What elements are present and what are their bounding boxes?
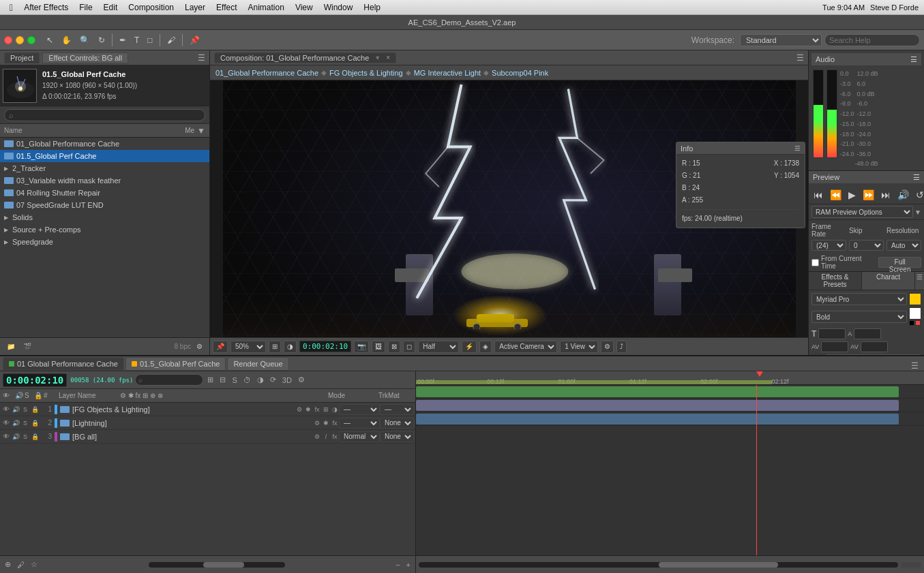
comp-tab-close-btn[interactable]: × — [386, 54, 390, 61]
layer-mode-1[interactable]: —Normal — [339, 404, 380, 415]
layer-shy-2[interactable]: ⚙ — [313, 419, 321, 427]
search-input[interactable] — [824, 34, 920, 46]
list-item[interactable]: 01_Global Performance Cache — [0, 138, 209, 150]
tl-collapse-btn[interactable]: ⊟ — [218, 375, 228, 385]
preview-menu[interactable]: ☰ — [913, 173, 920, 182]
list-item[interactable]: 07 SpeedGrade LUT END — [0, 199, 209, 211]
show-alpha-btn[interactable]: ◻ — [403, 341, 415, 353]
left-panel-menu-btn[interactable]: ☰ — [198, 53, 205, 63]
tl-frames-btn[interactable]: ⏱ — [241, 375, 253, 385]
timeline-layer-row[interactable]: 👁 🔊 S 🔒 3 [BG all] ⚙ / fx — [0, 430, 415, 444]
comp-viewer[interactable]: Info ☰ R : 15 X : 1738 G : 21 Y : 1054 — [210, 80, 808, 337]
minimize-window-btn[interactable] — [16, 36, 24, 44]
show-channel-btn[interactable]: ⊠ — [388, 341, 400, 353]
workspace-select[interactable]: Standard — [740, 34, 822, 46]
toolbar-hand-tool[interactable]: ✋ — [59, 34, 74, 46]
layer-lock-2[interactable]: 🔒 — [30, 418, 40, 428]
mask-btn[interactable]: ◑ — [284, 341, 297, 353]
black-swatch[interactable] — [909, 320, 914, 326]
track-bar-1[interactable] — [416, 386, 899, 397]
toolbar-rotate-tool[interactable]: ↻ — [95, 34, 108, 46]
menu-file[interactable]: File — [75, 0, 96, 15]
toolbar-pen-tool[interactable]: ✒ — [117, 34, 129, 46]
list-item-selected[interactable]: 01.5_Global Perf Cache — [0, 150, 209, 162]
play-btn[interactable]: ▶ — [846, 189, 858, 201]
always-preview-btn[interactable]: 📌 — [213, 341, 228, 353]
tl-tab-perf[interactable]: 01.5_Global Perf Cache — [125, 357, 226, 371]
flowchart-btn[interactable]: ⤴ — [616, 341, 627, 353]
ram-preview-dropdown[interactable]: ▼ — [914, 208, 921, 216]
view-select[interactable]: 1 View — [560, 341, 598, 353]
breadcrumb-item-2[interactable]: FG Objects & Lighting — [329, 69, 403, 77]
timeline-panel-menu[interactable]: ☰ — [911, 361, 919, 371]
red-swatch[interactable] — [915, 320, 921, 326]
comp-panel-menu[interactable]: ☰ — [796, 53, 804, 63]
menu-layer[interactable]: Layer — [181, 0, 209, 15]
menu-edit[interactable]: Edit — [100, 0, 122, 15]
track-bar-2[interactable] — [416, 400, 899, 411]
breadcrumb-item-1[interactable]: 01_Global Performance Cache — [215, 69, 318, 77]
layer-trkmat-3[interactable]: None — [380, 431, 414, 442]
breadcrumb-item-3[interactable]: MG Interactive Light — [414, 69, 481, 77]
tab-character[interactable]: Charact — [862, 272, 915, 290]
stroke-color-swatch[interactable] — [909, 307, 921, 320]
layer-motion-blur-icon[interactable]: ◑ — [331, 405, 339, 414]
preview-section-header[interactable]: Preview ☰ — [809, 171, 924, 183]
new-folder-btn[interactable]: 📁 — [4, 341, 18, 352]
menu-effect[interactable]: Effect — [212, 0, 241, 15]
toolbar-text-tool[interactable]: T — [132, 34, 142, 46]
toolbar-puppet-tool[interactable]: 📌 — [187, 34, 203, 46]
kerning-input[interactable]: 27 — [861, 341, 888, 352]
list-item[interactable]: 04 Rolling Shutter Repair — [0, 187, 209, 199]
maximize-window-btn[interactable] — [27, 36, 35, 44]
tl-zoom-control[interactable] — [901, 562, 921, 568]
zoom-select[interactable]: 50% 100% — [230, 341, 266, 353]
comp-tab-dropdown[interactable]: ▼ — [374, 55, 381, 61]
fast-preview-btn[interactable]: ⚡ — [462, 341, 477, 353]
tl-draft-btn[interactable]: 🖋 — [15, 560, 27, 570]
tl-settings-btn[interactable]: ⚙ — [296, 375, 307, 385]
list-item[interactable]: ▶ Solids — [0, 211, 209, 223]
layer-vis-1[interactable]: 👁 — [1, 405, 11, 414]
fill-color-swatch[interactable] — [909, 293, 921, 305]
tl-tab-render[interactable]: Render Queue — [227, 357, 288, 371]
camera-select[interactable]: Active Camera — [494, 341, 557, 353]
layer-solo-1[interactable]: S — [20, 405, 30, 414]
layer-cont-2[interactable]: ✱ — [322, 419, 330, 427]
leading-input[interactable]: Auto — [854, 328, 881, 339]
resolution-select[interactable]: Auto — [886, 240, 921, 251]
tl-tab-global[interactable]: 01 Global Performance Cache — [3, 357, 124, 371]
layer-pen-3[interactable]: / — [322, 433, 330, 441]
tl-graph-btn[interactable]: ⟳ — [268, 375, 278, 385]
layer-solo-3[interactable]: S — [20, 432, 30, 442]
tracking-type-input[interactable]: Optical — [821, 341, 848, 352]
step-back-btn[interactable]: ⏪ — [828, 189, 844, 201]
layer-fx-3[interactable]: fx — [331, 433, 339, 441]
layer-audio-3[interactable]: 🔊 — [11, 432, 20, 442]
project-tab[interactable]: Project — [4, 52, 40, 63]
menu-help[interactable]: Help — [359, 0, 385, 15]
layer-lock-1[interactable]: 🔒 — [30, 405, 40, 414]
toolbar-brush-tool[interactable]: 🖌 — [164, 34, 178, 46]
menu-view[interactable]: View — [291, 0, 317, 15]
tl-playhead-line[interactable] — [756, 385, 757, 555]
tl-timecode[interactable]: 0:00:02:10 — [3, 373, 67, 387]
playhead-marker[interactable] — [756, 371, 763, 377]
tl-hscroll-thumb[interactable] — [659, 562, 779, 568]
layer-shy-3[interactable]: ⚙ — [313, 433, 321, 441]
timeline-search-input[interactable] — [135, 374, 203, 386]
layer-audio-1[interactable]: 🔊 — [11, 405, 20, 414]
snapshot-btn[interactable]: 📷 — [354, 341, 369, 353]
layer-continuous-icon[interactable]: ✱ — [304, 405, 312, 414]
tl-motion-blur-btn[interactable]: ◑ — [255, 375, 266, 385]
effects-panel-menu[interactable]: ☰ — [915, 272, 924, 290]
tl-zoom-out[interactable]: − — [393, 560, 402, 570]
tl-3d-btn[interactable]: 3D — [280, 375, 294, 385]
ram-preview-select[interactable]: RAM Preview Options — [811, 206, 913, 218]
full-screen-btn[interactable]: Full Screen — [878, 257, 921, 268]
layer-shy-icon[interactable]: ⚙ — [295, 405, 303, 414]
grid-btn[interactable]: ⊞ — [269, 341, 281, 353]
toolbar-shape-tool[interactable]: □ — [145, 34, 155, 46]
timeline-scroll-thumb[interactable] — [149, 562, 285, 568]
layer-vis-3[interactable]: 👁 — [1, 432, 11, 442]
